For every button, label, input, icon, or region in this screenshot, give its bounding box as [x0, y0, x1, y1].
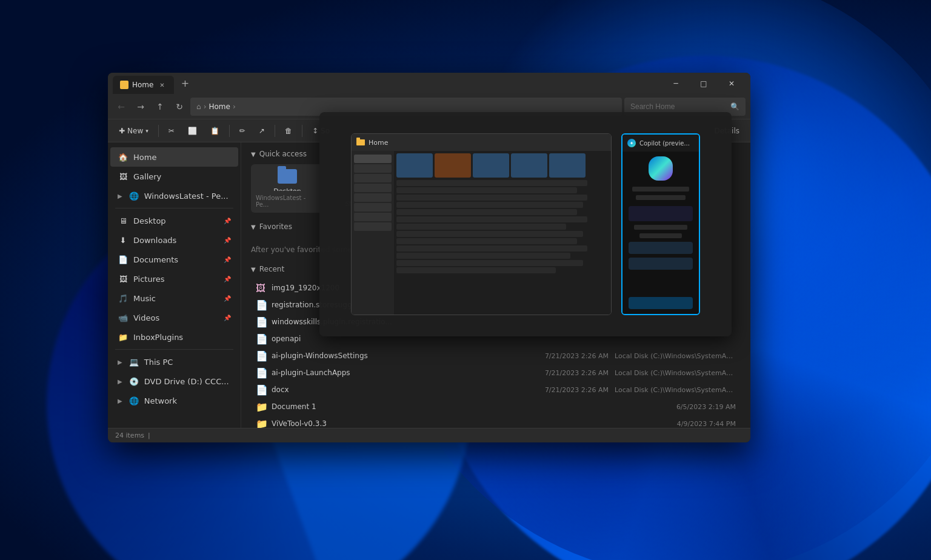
- path-separator-1: ›: [204, 102, 207, 111]
- toolbar-sep-2: [229, 125, 230, 137]
- thumb-sidebar: [352, 151, 394, 315]
- sidebar-item-desktop[interactable]: 🖥 Desktop 📌: [110, 211, 238, 230]
- delete-icon: 🗑: [285, 127, 292, 135]
- copilot-thumb-content: ✦ Copilot (previe...: [622, 135, 699, 314]
- sidebar-item-documents[interactable]: 📄 Documents 📌: [110, 250, 238, 269]
- forward-button[interactable]: →: [132, 98, 149, 115]
- thumb-list-13: [396, 267, 556, 273]
- file-date-6: 7/21/2023 2:26 AM: [530, 369, 609, 377]
- sidebar-downloads-label: Downloads: [133, 236, 176, 245]
- minimize-button[interactable]: ─: [662, 73, 690, 94]
- copilot-msg-3: [629, 258, 693, 270]
- file-date-8: 6/5/2023 2:19 AM: [657, 403, 736, 411]
- sidebar-item-videos[interactable]: 📹 Videos 📌: [110, 308, 238, 327]
- thumb-sidebar-1: [354, 164, 392, 173]
- desktop-tile-sub: WindowsLatest - Pe...: [256, 195, 319, 208]
- folder-desktop: [278, 169, 297, 184]
- thumb-content: [352, 151, 611, 315]
- thumb-sidebar-5: [354, 203, 392, 212]
- new-button[interactable]: ✚ New ▾: [113, 122, 155, 139]
- copilot-thumbnail[interactable]: ✦ Copilot (previe...: [621, 133, 700, 315]
- desktop-icon: 🖥: [118, 215, 128, 226]
- thumb-list-1: [396, 180, 587, 186]
- recent-item-5[interactable]: 📄 ai-plugin-WindowsSettings 7/21/2023 2:…: [251, 347, 741, 364]
- delete-button[interactable]: 🗑: [279, 122, 298, 139]
- status-bar: 24 items |: [108, 428, 750, 442]
- sidebar-documents-label: Documents: [133, 255, 178, 264]
- paste-icon: 📋: [210, 127, 219, 135]
- recent-item-9[interactable]: 📁 ViVeTool-v0.3.3 4/9/2023 7:44 PM: [251, 415, 741, 428]
- recent-item-8[interactable]: 📁 Document 1 6/5/2023 2:19 AM: [251, 398, 741, 415]
- share-icon: ↗: [259, 127, 265, 135]
- share-button[interactable]: ↗: [253, 122, 271, 139]
- sidebar-inboxplugins-label: InboxPlugins: [133, 333, 183, 342]
- sidebar-item-thispc[interactable]: ▶ 💻 This PC: [110, 352, 238, 372]
- inboxplugins-icon: 📁: [118, 332, 128, 342]
- file-doc-icon-3: 📄: [256, 316, 265, 327]
- item-count: 24 items: [115, 432, 144, 439]
- tab-close-button[interactable]: ✕: [157, 80, 167, 90]
- videos-icon: 📹: [118, 312, 128, 323]
- cut-icon: ✂: [169, 127, 175, 135]
- sidebar-home-label: Home: [133, 153, 156, 162]
- refresh-button[interactable]: ↻: [171, 98, 188, 115]
- search-icon: 🔍: [730, 102, 739, 111]
- thumb-tile-1: [396, 153, 433, 178]
- copilot-msg-1: [629, 206, 693, 221]
- copilot-text-3: [634, 225, 688, 230]
- expand-icon-dvd: ▶: [118, 378, 122, 385]
- up-button[interactable]: ↑: [152, 98, 169, 115]
- cut-button[interactable]: ✂: [162, 122, 181, 139]
- path-home: Home: [209, 102, 230, 111]
- recent-item-7[interactable]: 📄 docx 7/21/2023 2:26 AM Local Disk (C:)…: [251, 381, 741, 398]
- status-separator: |: [148, 432, 150, 439]
- desktop-tile-icon: [278, 169, 297, 184]
- copilot-logo-icon: ✦: [627, 139, 636, 147]
- new-tab-button[interactable]: +: [176, 75, 193, 92]
- recent-label: Recent: [259, 265, 284, 273]
- pin-icon-pictures: 📌: [224, 276, 231, 282]
- active-tab[interactable]: Home ✕: [113, 76, 174, 94]
- thumb-list-6: [396, 216, 587, 222]
- recent-item-6[interactable]: 📄 ai-plugin-LaunchApps 7/21/2023 2:26 AM…: [251, 364, 741, 381]
- search-input[interactable]: [630, 102, 727, 111]
- quick-access-label: Quick access: [259, 150, 307, 158]
- sidebar-item-network[interactable]: ▶ 🌐 Network: [110, 391, 238, 410]
- pin-icon-music: 📌: [224, 295, 231, 302]
- sidebar-item-music[interactable]: 🎵 Music 📌: [110, 288, 238, 308]
- sidebar-item-pictures[interactable]: 🖼 Pictures 📌: [110, 269, 238, 288]
- thumb-list-3: [396, 195, 587, 201]
- sidebar-item-inboxplugins[interactable]: 📁 InboxPlugins: [110, 327, 238, 347]
- quick-tile-desktop[interactable]: Desktop WindowsLatest - Pe...: [251, 164, 324, 213]
- back-button[interactable]: ←: [113, 98, 130, 115]
- thumb-tiles: [396, 153, 609, 178]
- toolbar-sep-3: [275, 125, 275, 137]
- gallery-icon: 🖼: [118, 171, 128, 182]
- paste-button[interactable]: 📋: [204, 122, 225, 139]
- network-icon: 🌐: [128, 395, 139, 406]
- thumb-tile-2: [435, 153, 471, 178]
- maximize-button[interactable]: □: [690, 73, 718, 94]
- pin-icon-desktop: 📌: [224, 218, 231, 224]
- pin-icon-downloads: 📌: [224, 237, 231, 244]
- close-button[interactable]: ✕: [718, 73, 746, 94]
- copy-button[interactable]: ⬜: [182, 122, 203, 139]
- file-date-9: 4/9/2023 7:44 PM: [657, 420, 736, 428]
- file-folder-icon-9: 📁: [256, 418, 265, 428]
- pictures-icon: 🖼: [118, 273, 128, 284]
- thumb-title-bar: Home: [352, 134, 611, 151]
- music-icon: 🎵: [118, 293, 128, 304]
- title-bar: Home ✕ + ─ □ ✕: [108, 73, 750, 94]
- rename-button[interactable]: ✏: [233, 122, 252, 139]
- thumb-tile-5: [549, 153, 586, 178]
- thumb-tile-4: [511, 153, 547, 178]
- sidebar-item-windowslatest[interactable]: ▶ 🌐 WindowsLatest - Pe...: [110, 186, 238, 205]
- sidebar-item-home[interactable]: 🏠 Home: [110, 147, 238, 167]
- file-name-8: Document 1: [272, 402, 651, 411]
- thumb-title: Home: [369, 139, 388, 147]
- main-thumbnail[interactable]: Home: [351, 133, 612, 315]
- quick-access-chevron: ▼: [251, 151, 256, 158]
- sidebar-item-gallery[interactable]: 🖼 Gallery: [110, 167, 238, 186]
- sidebar-item-dvddrive[interactable]: ▶ 💿 DVD Drive (D:) CCC...: [110, 372, 238, 391]
- sidebar-item-downloads[interactable]: ⬇ Downloads 📌: [110, 230, 238, 250]
